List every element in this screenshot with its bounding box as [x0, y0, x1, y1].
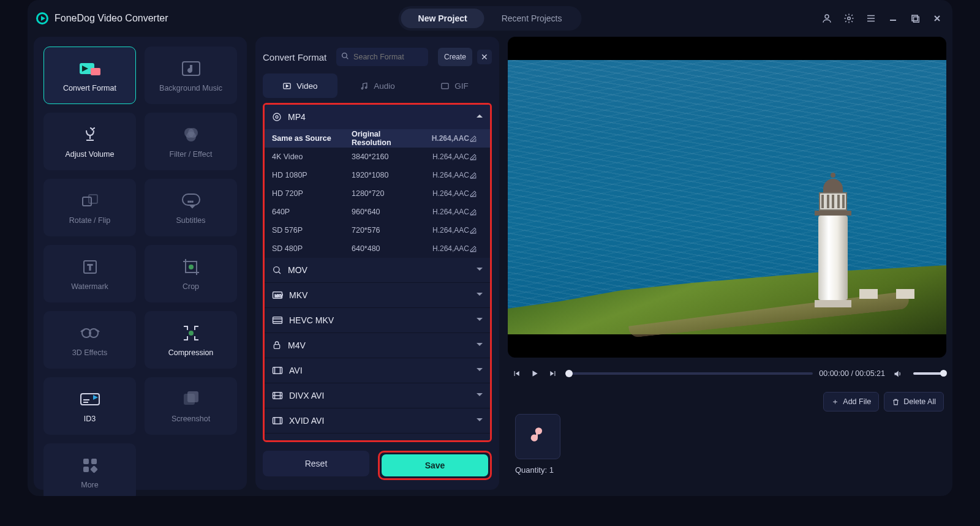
crop-icon [178, 257, 204, 277]
reset-button[interactable]: Reset [263, 451, 369, 476]
preset-row[interactable]: HD 1080P1920*1080H.264,AAC [265, 166, 490, 184]
next-icon[interactable] [547, 367, 559, 380]
window-close[interactable] [930, 12, 944, 25]
account-icon[interactable] [820, 12, 834, 25]
format-list: MP4Same as SourceOriginal ResolutionH.26… [263, 103, 492, 442]
format-group-m4v[interactable]: M4V [265, 333, 490, 358]
preset-row[interactable]: 4K Video3840*2160H.264,AAC [265, 148, 490, 166]
add-file-button[interactable]: ＋ Add File [823, 392, 879, 411]
panel-footer: Reset Save [263, 451, 492, 480]
close-icon[interactable]: ✕ [477, 50, 492, 64]
format-group-label: MOV [288, 265, 307, 275]
tool-sidebar: Convert FormatBackground MusicAdjust Vol… [34, 37, 247, 490]
chevron-up-icon [477, 115, 483, 118]
format-group-avi[interactable]: AVI [265, 358, 490, 383]
edit-icon[interactable] [469, 135, 483, 143]
edit-icon[interactable] [469, 227, 483, 235]
window-minimize[interactable] [886, 12, 900, 25]
format-group-icon [272, 416, 283, 425]
compression-icon [178, 323, 204, 344]
tab-gif[interactable]: GIF [417, 73, 492, 98]
format-group-xvid-avi[interactable]: XVID AVI [265, 408, 490, 433]
tab-new-project[interactable]: New Project [401, 9, 484, 28]
tool-label: More [81, 481, 98, 489]
tool-label: Watermark [71, 282, 108, 291]
svg-point-47 [535, 427, 542, 434]
tool-id3[interactable]: ID3 [43, 377, 136, 435]
prev-icon[interactable] [510, 367, 522, 380]
preset-codec: H.264,AAC [414, 244, 469, 253]
preset-row[interactable]: SD 480P640*480H.264,AAC [265, 239, 490, 258]
preset-label: 4K Video [272, 152, 352, 161]
tool-compression[interactable]: Compression [145, 311, 237, 369]
preset-resolution: 1920*1080 [352, 171, 414, 179]
preset-label: HD 1080P [272, 171, 352, 179]
format-group-divx-avi[interactable]: DIVX AVI [265, 383, 490, 408]
gear-icon[interactable] [842, 12, 856, 25]
preset-resolution: 960*640 [352, 208, 414, 216]
format-group-hevc-mp4[interactable]: HEVC MP4 [265, 434, 490, 442]
preset-row[interactable]: SD 576P720*576H.264,AAC [265, 221, 490, 239]
tool-label: Convert Format [63, 84, 116, 92]
video-preview[interactable] [508, 37, 946, 358]
tool-rotate-flip[interactable]: Rotate / Flip [43, 179, 136, 236]
volume-icon[interactable] [891, 367, 903, 380]
tool-adjust-volume[interactable]: Adjust Volume [43, 113, 136, 170]
tool-filter-effect[interactable]: Filter / Effect [145, 113, 237, 170]
trash-icon [892, 398, 900, 406]
edit-icon[interactable] [469, 171, 483, 179]
edit-icon[interactable] [469, 245, 483, 253]
preset-resolution: 1280*720 [352, 189, 414, 198]
edit-icon[interactable] [469, 208, 483, 216]
file-thumbnail[interactable] [515, 414, 560, 459]
tool-watermark[interactable]: TWatermark [43, 245, 136, 302]
preset-row[interactable]: Same as SourceOriginal ResolutionH.264,A… [265, 129, 490, 148]
format-group-hevc-mkv[interactable]: HEVC MKV [265, 308, 490, 333]
search-input[interactable] [336, 48, 428, 66]
svg-rect-24 [91, 459, 97, 464]
svg-rect-2 [912, 15, 918, 21]
tool-label: Compression [168, 348, 214, 357]
svg-text:…: … [187, 197, 194, 203]
format-group-mov[interactable]: MOV [265, 258, 490, 282]
format-group-label: XVID AVI [289, 416, 324, 426]
preset-row[interactable]: HD 720P1280*720H.264,AAC [265, 184, 490, 203]
save-button[interactable]: Save [382, 454, 488, 476]
tab-video[interactable]: Video [263, 73, 337, 98]
window-maximize[interactable] [908, 12, 922, 25]
tool-more[interactable]: More [43, 443, 136, 496]
quantity-label: Quantity: 1 [515, 465, 946, 475]
lighthouse-graphic [812, 179, 854, 307]
format-group-mkv[interactable]: MKVMKV [265, 283, 490, 307]
tool-label: 3D Effects [72, 348, 107, 357]
preview-scene [508, 60, 946, 334]
tool-subtitles[interactable]: …Subtitles [145, 179, 237, 236]
edit-icon[interactable] [469, 190, 483, 198]
tab-audio[interactable]: Audio [340, 73, 415, 98]
svg-point-0 [825, 15, 829, 18]
tab-gif-label: GIF [454, 81, 469, 91]
create-button[interactable]: Create [438, 48, 472, 66]
play-icon[interactable] [529, 367, 541, 380]
tool-crop[interactable]: Crop [145, 245, 237, 302]
tab-recent-projects[interactable]: Recent Projects [484, 9, 579, 28]
tool-convert-format[interactable]: Convert Format [43, 47, 136, 104]
delete-all-button[interactable]: Delete All [884, 392, 944, 411]
tool-background-music[interactable]: Background Music [145, 47, 237, 104]
menu-icon[interactable] [864, 12, 878, 25]
tool-3d-effects[interactable]: 3D Effects [43, 311, 136, 369]
format-group-label: HEVC MP4 [289, 441, 333, 442]
edit-icon[interactable] [469, 153, 483, 161]
preset-resolution: 720*576 [352, 226, 414, 235]
search-wrap [336, 48, 433, 66]
progress-bar[interactable] [565, 372, 813, 375]
svg-point-16 [189, 265, 194, 269]
preset-row[interactable]: 640P960*640H.264,AAC [265, 203, 490, 221]
volume-slider[interactable] [913, 372, 944, 375]
chevron-down-icon [477, 343, 483, 346]
tool-screenshot[interactable]: Screenshot [145, 377, 237, 435]
tool-label: Screenshot [172, 415, 210, 423]
chevron-down-icon [477, 318, 483, 321]
format-group-mp4[interactable]: MP4 [265, 105, 490, 129]
preset-resolution: 640*480 [352, 244, 414, 253]
